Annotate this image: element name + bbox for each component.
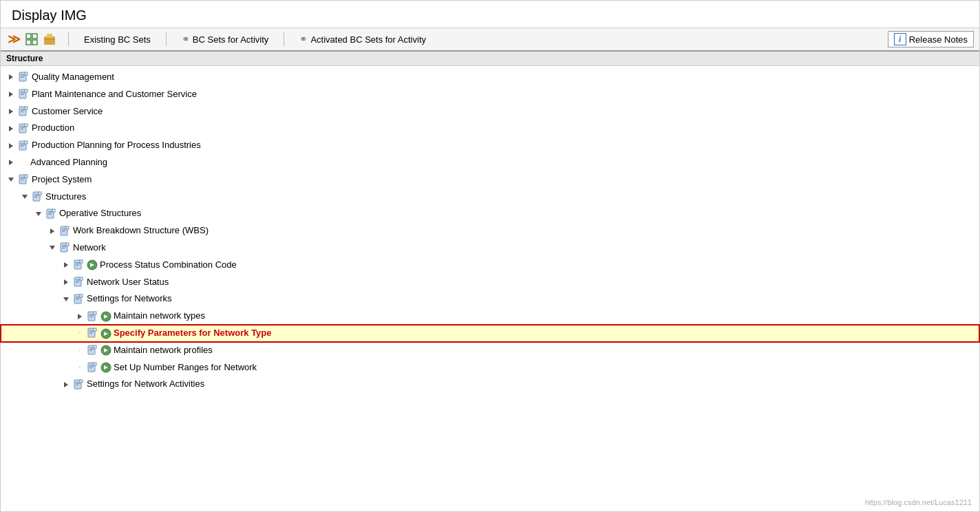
svg-rect-105 — [89, 349, 94, 350]
svg-marker-7 — [9, 74, 13, 80]
expander-pppi[interactable] — [6, 141, 16, 151]
node-icon-quality — [17, 72, 30, 83]
svg-rect-29 — [21, 129, 23, 129]
node-icon-set-up-number-ranges — [86, 362, 98, 373]
tree-item-pppi[interactable]: Production Planning for Process Industri… — [1, 137, 979, 154]
expander-settings-networks[interactable] — [61, 295, 71, 304]
node-icon-operative — [45, 209, 57, 220]
bc-sets-activity-icon: ⚭ — [182, 34, 190, 45]
svg-rect-40 — [21, 177, 25, 178]
toolbar-separator — [68, 32, 69, 46]
tree-item-operative[interactable]: Operative Structures — [1, 205, 979, 222]
expander-maintain-network-types[interactable] — [75, 312, 85, 321]
expander-operative[interactable] — [34, 209, 43, 219]
expander-network-user-status[interactable] — [61, 277, 71, 287]
svg-rect-49 — [39, 192, 41, 195]
svg-rect-3 — [32, 40, 37, 45]
double-arrow-icon[interactable]: ≫ — [6, 32, 21, 47]
svg-rect-28 — [21, 127, 25, 128]
tree-item-wbs[interactable]: Work Breakdown Structure (WBS) — [1, 222, 979, 239]
tree-item-process-status[interactable]: Process Status Combination Code — [1, 257, 979, 274]
expander-specify-params[interactable]: · — [75, 328, 85, 338]
item-label-network-user-status: Network User Status — [87, 275, 169, 290]
svg-rect-18 — [25, 89, 28, 92]
activated-bc-sets-button[interactable]: ⚭ Activated BC Sets for Activity — [295, 32, 430, 46]
tree-item-quality[interactable]: Quality Management — [1, 69, 979, 86]
expander-structures[interactable] — [20, 192, 30, 202]
expander-wbs[interactable] — [47, 226, 57, 236]
svg-rect-23 — [21, 111, 23, 112]
tree-item-settings-networks[interactable]: Settings for Networks — [1, 290, 979, 308]
expander-production[interactable] — [6, 124, 16, 134]
svg-rect-90 — [89, 314, 94, 314]
tree-item-project-system[interactable]: Project System — [1, 171, 979, 189]
expander-process-status[interactable] — [61, 260, 71, 270]
tree-item-customer-service[interactable]: Customer Service — [1, 103, 979, 120]
existing-bc-sets-button[interactable]: Existing BC Sets — [80, 33, 155, 46]
svg-rect-79 — [76, 281, 80, 281]
svg-rect-99 — [89, 333, 92, 334]
tree-item-maintain-network-types[interactable]: Maintain network types — [1, 308, 979, 325]
expander-project-system[interactable] — [6, 175, 16, 184]
release-notes-button[interactable]: i Release Notes — [888, 31, 974, 47]
title-bar: Display IMG — [1, 1, 979, 28]
svg-rect-5 — [47, 34, 52, 38]
tree-item-advanced[interactable]: Advanced Planning — [1, 154, 979, 171]
svg-rect-42 — [21, 180, 23, 180]
svg-rect-73 — [80, 260, 83, 263]
svg-rect-2 — [26, 40, 31, 45]
expander-quality[interactable] — [6, 72, 16, 82]
toolbar: ≫ Existing — [1, 28, 979, 52]
item-label-wbs: Work Breakdown Structure (WBS) — [73, 224, 209, 238]
grid-icon[interactable] — [24, 32, 39, 47]
tree-item-production[interactable]: Production — [1, 120, 979, 137]
bc-sets-activity-button[interactable]: ⚭ BC Sets for Activity — [178, 32, 273, 46]
svg-rect-97 — [89, 330, 94, 331]
node-icon-process-status — [72, 259, 85, 270]
expander-settings-network-activities[interactable] — [61, 380, 71, 390]
item-label-settings-network-activities: Settings for Network Activities — [87, 377, 204, 392]
svg-rect-106 — [89, 350, 92, 351]
structure-header: Structure — [1, 52, 979, 66]
tree-item-specify-params[interactable]: · Specify Parameters for Network Type — [1, 325, 979, 342]
svg-rect-43 — [25, 175, 28, 178]
expander-set-up-number-ranges[interactable]: · — [75, 363, 85, 372]
svg-rect-60 — [62, 231, 65, 232]
expander-maintain-network-profiles[interactable]: · — [75, 345, 85, 355]
package-icon[interactable] — [42, 32, 57, 47]
svg-rect-70 — [76, 262, 80, 263]
node-icon-plant-maint — [17, 89, 30, 100]
item-label-operative: Operative Structures — [59, 206, 141, 221]
node-icon-customer-service — [17, 106, 30, 117]
svg-rect-112 — [89, 366, 94, 367]
toolbar-separator-3 — [284, 32, 284, 46]
node-icon-maintain-network-types — [86, 311, 98, 322]
svg-rect-53 — [48, 213, 52, 213]
tree-item-network[interactable]: Network — [1, 239, 979, 257]
svg-rect-11 — [21, 77, 23, 78]
activated-bc-sets-label: Activated BC Sets for Activity — [310, 34, 426, 45]
svg-marker-25 — [9, 126, 13, 131]
toolbar-icons: ≫ — [6, 32, 57, 47]
tree-item-set-up-number-ranges[interactable]: · Set Up Number Ranges for Network — [1, 359, 979, 376]
expander-plant-maint[interactable] — [6, 89, 16, 99]
expander-network[interactable] — [47, 243, 57, 253]
bc-sets-activity-label: BC Sets for Activity — [193, 34, 269, 45]
svg-rect-114 — [94, 363, 96, 365]
activated-bc-sets-icon: ⚭ — [299, 34, 308, 45]
tree-item-maintain-network-profiles[interactable]: · Maintain network profiles — [1, 342, 979, 359]
tree-item-structures[interactable]: Structures — [1, 189, 979, 206]
expander-advanced[interactable] — [6, 158, 16, 167]
tree-item-network-user-status[interactable]: Network User Status — [1, 274, 979, 291]
svg-rect-12 — [25, 72, 28, 75]
svg-rect-35 — [21, 146, 23, 147]
item-label-quality: Quality Management — [32, 70, 114, 85]
expander-customer-service[interactable] — [6, 107, 16, 116]
item-label-specify-params: Specify Parameters for Network Type — [114, 326, 272, 341]
svg-rect-64 — [62, 245, 66, 246]
tree-item-settings-network-activities[interactable]: Settings for Network Activities — [1, 376, 979, 393]
svg-rect-33 — [21, 143, 25, 144]
tree-item-plant-maint[interactable]: Plant Maintenance and Customer Service — [1, 86, 979, 103]
svg-rect-91 — [89, 315, 94, 316]
svg-rect-55 — [52, 209, 55, 212]
